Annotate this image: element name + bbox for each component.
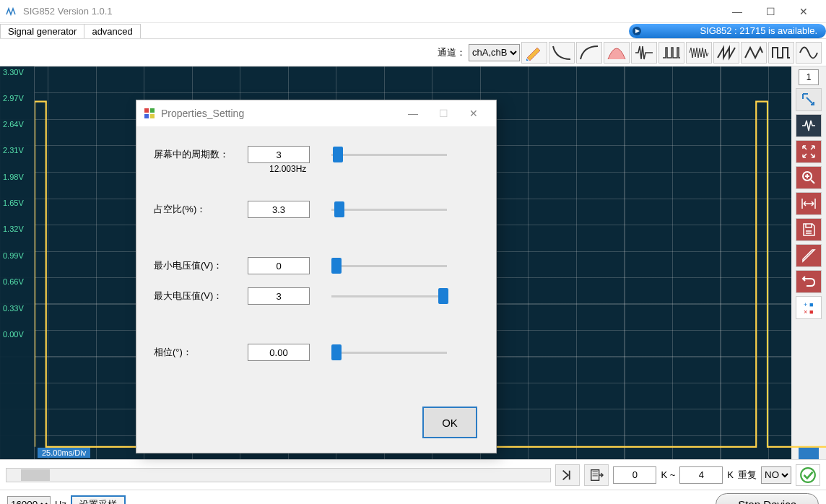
time-division: 25.00ms/Div <box>38 448 90 458</box>
y-tick: 1.65V <box>3 199 24 207</box>
window-title-bar: SIG852 Version 1.0.1 ― ☐ ✕ <box>0 0 826 23</box>
y-tick: 1.32V <box>3 225 24 233</box>
vmin-label: 最小电压值(V)： <box>154 259 248 272</box>
pulse-train-icon[interactable] <box>658 42 684 64</box>
y-axis: 3.30V 2.97V 2.64V 2.31V 1.98V 1.65V 1.32… <box>0 66 35 459</box>
vmax-slider[interactable] <box>331 295 447 297</box>
vmin-input[interactable] <box>248 257 310 274</box>
duty-slider[interactable] <box>331 209 447 211</box>
burst-icon[interactable] <box>631 42 657 64</box>
y-tick: 2.31V <box>3 146 24 155</box>
dialog-title-bar: Properties_Setting ― ☐ ✕ <box>136 100 496 126</box>
maximize-button[interactable]: ☐ <box>754 0 787 23</box>
square-icon[interactable] <box>768 42 794 64</box>
phase-label: 相位(°)： <box>154 346 248 359</box>
bottom-controls: K ~ K 重复 NO <box>0 459 826 490</box>
svg-rect-11 <box>144 114 149 118</box>
y-tick: 1.98V <box>3 173 24 181</box>
dialog-maximize-button[interactable]: ☐ <box>428 100 458 126</box>
dialog-minimize-button[interactable]: ― <box>398 100 428 126</box>
svg-point-8 <box>801 468 815 482</box>
time-scrollbar[interactable] <box>6 468 551 482</box>
repeat-label: 重复 <box>738 469 757 482</box>
duty-label: 占空比(%)： <box>154 203 248 216</box>
gaussian-icon[interactable] <box>604 42 630 64</box>
svg-rect-10 <box>150 108 155 113</box>
status-text: SIG852 : 21715 is available. <box>700 25 817 36</box>
app-icon <box>6 6 17 17</box>
step-forward-icon[interactable] <box>555 464 580 486</box>
repeat-select[interactable]: NO <box>761 466 791 484</box>
close-button[interactable]: ✕ <box>787 0 820 23</box>
sawtooth-icon[interactable] <box>713 42 739 64</box>
window-title: SIG852 Version 1.0.1 <box>23 6 721 17</box>
channel-label: 通道： <box>438 46 466 59</box>
vmax-label: 最大电压值(V)： <box>154 290 248 303</box>
ok-button[interactable]: OK <box>422 407 477 438</box>
export-icon[interactable] <box>584 464 609 486</box>
stop-device-button[interactable]: Stop Device <box>716 493 819 504</box>
apply-icon[interactable] <box>796 464 820 486</box>
svg-rect-12 <box>150 114 155 118</box>
channel-select[interactable]: chA,chB <box>469 44 520 61</box>
cycles-label: 屏幕中的周期数： <box>154 148 248 161</box>
frequency-readout: 12.003Hz <box>269 164 479 174</box>
dialog-close-button[interactable]: ✕ <box>458 100 489 126</box>
minimize-button[interactable]: ― <box>721 0 754 23</box>
y-tick: 0.00V <box>3 330 24 339</box>
hz-label: Hz <box>55 499 66 504</box>
y-tick: 2.97V <box>3 94 24 103</box>
edit-icon[interactable] <box>521 42 547 64</box>
range-to-input[interactable] <box>679 466 723 484</box>
k-label: K ~ <box>661 469 675 480</box>
footer: 16000 Hz 设置采样 Stop Device <box>0 490 826 504</box>
y-tick: 0.99V <box>3 251 24 260</box>
properties-dialog: Properties_Setting ― ☐ ✕ 屏幕中的周期数： 12.003… <box>136 100 497 453</box>
vmin-slider[interactable] <box>331 265 447 267</box>
decay-curve-icon[interactable] <box>549 42 575 64</box>
rise-curve-icon[interactable] <box>576 42 602 64</box>
cycles-input[interactable] <box>248 146 310 163</box>
cycles-slider[interactable] <box>331 154 447 156</box>
play-icon <box>632 26 642 36</box>
svg-rect-7 <box>591 469 599 480</box>
phase-slider[interactable] <box>331 352 447 354</box>
sine-icon[interactable] <box>796 42 822 64</box>
dialog-title: Properties_Setting <box>161 108 398 119</box>
k-label-2: K <box>727 469 734 480</box>
y-tick: 0.33V <box>3 304 24 313</box>
dialog-icon <box>144 108 155 119</box>
noise-icon[interactable] <box>686 42 712 64</box>
set-sample-button[interactable]: 设置采样 <box>71 495 126 505</box>
triangle-icon[interactable] <box>741 42 767 64</box>
sample-rate-select[interactable]: 16000 <box>7 496 51 505</box>
vmax-input[interactable] <box>248 287 310 305</box>
y-tick: 3.30V <box>3 68 24 77</box>
tab-row: Signal generator advanced SIG852 : 21715… <box>0 23 826 39</box>
y-tick: 0.66V <box>3 277 24 286</box>
tab-advanced[interactable]: advanced <box>84 24 140 38</box>
tab-signal-generator[interactable]: Signal generator <box>0 24 84 38</box>
svg-rect-9 <box>144 108 149 113</box>
duty-input[interactable] <box>248 201 310 218</box>
y-tick: 2.64V <box>3 120 24 129</box>
range-from-input[interactable] <box>613 466 656 484</box>
waveform-toolbar: 通道： chA,chB <box>0 39 826 66</box>
device-status: SIG852 : 21715 is available. <box>629 24 826 38</box>
phase-input[interactable] <box>248 344 310 361</box>
